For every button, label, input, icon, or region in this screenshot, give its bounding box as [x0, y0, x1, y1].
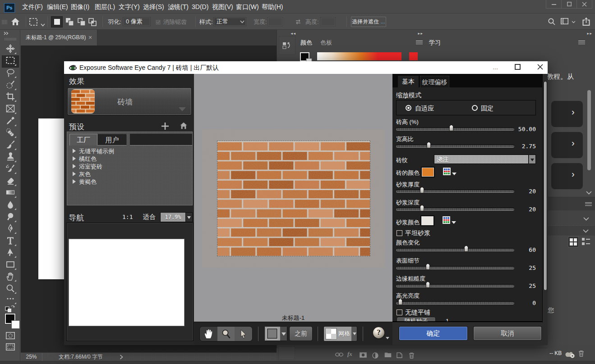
share-icon[interactable]	[582, 17, 590, 27]
expand-triangle-icon[interactable]	[73, 179, 76, 184]
preset-tab-factory[interactable]: 工厂	[69, 134, 97, 146]
slider-thumb[interactable]	[427, 142, 431, 148]
history-brush-tool[interactable]	[6, 164, 15, 173]
tab-swatches[interactable]: 色板	[320, 37, 332, 49]
slider-thumb[interactable]	[420, 187, 424, 193]
new-layer-icon[interactable]	[397, 352, 402, 358]
brick-color-swatch[interactable]	[421, 167, 435, 177]
gradient-tool[interactable]	[6, 188, 15, 197]
menu-select[interactable]: 选择(S)	[143, 0, 164, 14]
learn-card[interactable]: ›	[551, 163, 583, 189]
selection-mode-add-button[interactable]	[64, 16, 75, 27]
color-spectrum-ramp[interactable]	[317, 52, 401, 60]
before-preview-button[interactable]: 之前	[289, 326, 313, 341]
toolbar-grip[interactable]	[5, 37, 16, 41]
effect-selector-button[interactable]: 砖墙	[67, 87, 192, 115]
pen-tool[interactable]	[6, 224, 15, 233]
home-icon[interactable]	[11, 17, 20, 28]
preview-background-swatch-button[interactable]	[264, 326, 287, 341]
help-button[interactable]: ?	[373, 327, 384, 338]
menu-edit[interactable]: 编辑(E)	[47, 0, 68, 14]
width-input[interactable]	[268, 17, 283, 26]
panel-menu-icon[interactable]	[585, 202, 592, 206]
arrow-tool-button[interactable]	[235, 327, 252, 341]
menu-type[interactable]: 文字(Y)	[119, 0, 140, 14]
background-color-well[interactable]	[11, 320, 20, 329]
workspace-chevron-icon[interactable]	[572, 21, 576, 23]
zoom-level-field[interactable]: 17.9%	[160, 212, 186, 222]
status-zoom-level[interactable]: 25%	[21, 353, 42, 361]
pattern-select-arrow[interactable]	[529, 155, 536, 164]
quick-selection-tool[interactable]	[6, 80, 15, 89]
learn-card[interactable]: ›	[551, 101, 583, 127]
mortar-color-swatch[interactable]	[420, 215, 434, 226]
menu-image[interactable]: 图像(I)	[71, 0, 89, 14]
slider-track[interactable]	[396, 301, 514, 305]
slider-track[interactable]	[396, 208, 514, 211]
dialog-maximize-button[interactable]	[511, 61, 524, 74]
add-mask-icon[interactable]	[360, 352, 367, 358]
feather-input[interactable]: 0 像素	[123, 17, 151, 26]
slider-track[interactable]	[396, 145, 514, 148]
expand-triangle-icon[interactable]	[73, 164, 76, 168]
slider-thumb[interactable]	[426, 282, 430, 288]
collapse-dock-icon[interactable]: ◄◄	[290, 32, 295, 36]
swap-colors-icon[interactable]	[5, 305, 15, 313]
settings-scrollbar[interactable]	[542, 74, 548, 323]
menu-3d[interactable]: 3D(D)	[192, 0, 208, 14]
slider-track[interactable]	[396, 284, 514, 287]
workspace-icon[interactable]	[561, 18, 568, 26]
link-layers-icon[interactable]	[335, 352, 343, 357]
zoom-one-to-one-button[interactable]: 1:1	[122, 214, 133, 220]
window-close-button[interactable]	[577, 0, 592, 8]
cancel-button[interactable]: 取消	[473, 326, 542, 341]
document-tab[interactable]: 未标题-1 @ 25%(RGB/8) ×	[21, 30, 97, 46]
select-and-mask-button[interactable]: 选择并遮住 ...	[351, 17, 386, 27]
anti-alias-checkbox[interactable]	[156, 20, 161, 25]
dodge-tool[interactable]	[6, 212, 15, 221]
brick-preview-image[interactable]	[217, 141, 370, 256]
more-tools[interactable]	[6, 294, 15, 303]
frame-tool[interactable]	[6, 104, 15, 113]
menu-help[interactable]: 帮助(H)	[262, 0, 283, 14]
ok-button[interactable]: 确定	[399, 326, 468, 341]
selection-mode-intersect-button[interactable]	[87, 16, 98, 27]
slider-track[interactable]	[396, 127, 514, 131]
eyedropper-tool[interactable]	[6, 116, 15, 125]
expand-dock-icon[interactable]: ►►	[417, 32, 423, 36]
zoom-dropdown-arrow[interactable]	[186, 212, 193, 222]
menu-window[interactable]: 窗口(W)	[236, 0, 259, 14]
window-maximize-button[interactable]	[562, 0, 577, 8]
help-dropdown-arrow[interactable]	[386, 337, 389, 339]
rectangular-marquee-tool[interactable]	[6, 56, 15, 65]
expand-dock2-icon[interactable]: ►►	[586, 32, 592, 36]
preset-item[interactable]: 橘红色	[73, 155, 97, 163]
mortar-color-palette-arrow[interactable]	[452, 221, 456, 224]
selection-mode-new-button[interactable]	[51, 16, 63, 27]
chevron-down-icon[interactable]	[586, 191, 592, 195]
slider-thumb[interactable]	[464, 246, 468, 252]
effect-preview-area[interactable]: 未标题-1	[194, 74, 392, 322]
grid-dropdown-arrow[interactable]	[351, 327, 357, 341]
move-tool[interactable]	[6, 44, 15, 53]
slider-track[interactable]	[396, 248, 514, 251]
slider-thumb[interactable]	[420, 205, 424, 211]
adjustment-layer-icon[interactable]	[372, 352, 378, 359]
dialog-title-bar[interactable]: Exposure Software Eye Candy 7 | 砖墙 | 出厂默…	[64, 61, 548, 74]
swap-dimensions-icon[interactable]	[295, 19, 302, 25]
preset-item[interactable]: 黄褐色	[73, 178, 97, 186]
clone-stamp-tool[interactable]	[6, 152, 15, 161]
preset-item[interactable]: 浴室瓷砖	[73, 163, 102, 171]
document-canvas[interactable]	[38, 118, 64, 279]
trash-icon[interactable]	[578, 350, 584, 357]
dialog-close-button[interactable]	[533, 61, 547, 74]
radio-adaptive[interactable]	[406, 105, 411, 111]
expand-triangle-icon[interactable]	[73, 172, 76, 176]
dialog-minimize-button[interactable]	[489, 61, 502, 74]
slider-track[interactable]	[396, 266, 514, 269]
brick-color-palette-icon[interactable]	[443, 168, 451, 175]
eraser-tool[interactable]	[6, 176, 15, 185]
preset-item[interactable]: 无缝平铺示例	[73, 147, 114, 155]
brush-tool[interactable]	[6, 140, 15, 149]
swatch-dropdown-arrow[interactable]	[280, 327, 287, 341]
